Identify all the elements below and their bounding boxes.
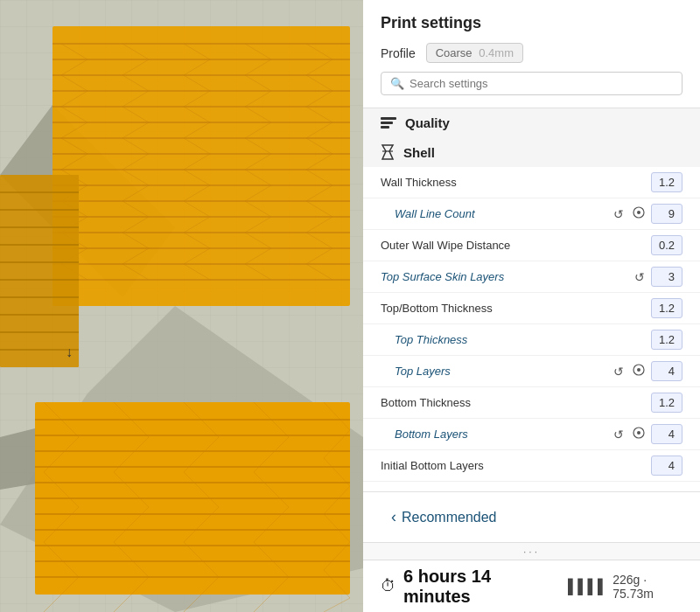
shell-icon [381,144,395,160]
func-button-wall-line-count[interactable] [630,205,648,223]
print-visualization: ↓ [0,0,363,612]
value-initial-bottom-layers[interactable]: 4 [651,456,682,476]
setting-controls-top-layers: ↺4 [611,361,682,381]
svg-point-50 [637,368,640,372]
reset-button-top-layers[interactable]: ↺ [611,363,626,380]
func-button-bottom-layers[interactable] [630,425,648,443]
barcode-icon: ▌▌▌▌ [568,579,607,595]
status-bar: ⏱ 6 hours 14 minutes ▌▌▌▌ 226g · 75.73m [363,560,700,612]
quality-icon [381,117,396,129]
material-info: ▌▌▌▌ 226g · 75.73m [568,573,682,601]
profile-row: Profile Coarse 0.4mm [381,43,682,63]
reset-button-wall-line-count[interactable]: ↺ [611,205,626,223]
setting-controls-top-bottom-thickness: 1.2 [651,298,682,318]
value-bottom-thickness[interactable]: 1.2 [651,393,682,413]
value-wall-thickness[interactable]: 1.2 [651,172,682,192]
setting-name-bottom-layers: Bottom Layers [395,428,611,441]
setting-controls-top-thickness: 1.2 [651,330,682,350]
func-button-top-layers[interactable] [630,362,648,380]
shell-section-title: Shell [403,145,435,160]
svg-point-48 [637,211,640,214]
3d-preview: ↓ [0,0,363,612]
shell-section-header: Shell [363,137,700,167]
settings-rows-container: Wall Thickness1.2Wall Line Count↺9Outer … [363,167,700,482]
bottom-bar: ‹ Recommended [363,491,700,542]
setting-row-wall-line-count: Wall Line Count↺9 [363,198,700,230]
setting-name-top-surface-skin-layers: Top Surface Skin Layers [381,270,632,283]
panel-title: Print settings [381,14,682,32]
setting-row-top-layers: Top Layers↺4 [363,356,700,387]
search-icon: 🔍 [390,77,404,90]
settings-panel: Print settings Profile Coarse 0.4mm 🔍 Qu… [363,0,700,542]
quality-section-header: Quality [363,108,700,137]
profile-badge[interactable]: Coarse 0.4mm [426,43,523,63]
value-top-surface-skin-layers[interactable]: 3 [651,267,682,287]
reset-button-bottom-layers[interactable]: ↺ [611,426,626,443]
recommended-label: Recommended [402,510,497,525]
setting-row-wall-thickness: Wall Thickness1.2 [363,167,700,198]
settings-list: Quality Shell Wall Thickness1.2Wall Line… [363,108,700,491]
setting-row-top-bottom-thickness: Top/Bottom Thickness1.2 [363,293,700,324]
value-outer-wall-wipe-distance[interactable]: 0.2 [651,235,682,255]
setting-row-top-thickness: Top Thickness1.2 [363,324,700,356]
setting-row-outer-wall-wipe-distance: Outer Wall Wipe Distance0.2 [363,230,700,261]
chevron-left-icon: ‹ [391,508,396,526]
setting-name-outer-wall-wipe-distance: Outer Wall Wipe Distance [381,239,651,252]
setting-row-top-surface-skin-layers: Top Surface Skin Layers↺3 [363,261,700,293]
value-top-thickness[interactable]: 1.2 [651,330,682,350]
setting-name-top-thickness: Top Thickness [395,333,651,346]
setting-row-bottom-thickness: Bottom Thickness1.2 [363,387,700,419]
setting-controls-wall-thickness: 1.2 [651,172,682,192]
recommended-button[interactable]: ‹ Recommended [381,503,508,532]
time-info: ⏱ 6 hours 14 minutes [381,567,550,607]
quality-section-title: Quality [405,115,450,130]
profile-label: Profile [381,46,416,60]
setting-name-wall-line-count: Wall Line Count [395,207,611,220]
svg-rect-22 [0,175,79,367]
time-display: 6 hours 14 minutes [403,567,550,607]
panel-header: Print settings Profile Coarse 0.4mm 🔍 [363,0,700,108]
profile-subvalue: 0.4mm [479,46,514,59]
search-bar: 🔍 [381,72,682,95]
search-input[interactable] [410,77,673,90]
setting-name-wall-thickness: Wall Thickness [381,176,651,189]
setting-row-initial-bottom-layers: Initial Bottom Layers4 [363,450,700,482]
setting-name-initial-bottom-layers: Initial Bottom Layers [381,459,651,472]
setting-controls-top-surface-skin-layers: ↺3 [632,267,682,287]
material-display: 226g · 75.73m [612,573,682,601]
value-bottom-layers[interactable]: 4 [651,424,682,444]
three-dots: ··· [523,546,540,558]
value-wall-line-count[interactable]: 9 [651,204,682,224]
clock-icon: ⏱ [381,577,396,595]
setting-controls-outer-wall-wipe-distance: 0.2 [651,235,682,255]
value-top-bottom-thickness[interactable]: 1.2 [651,298,682,318]
setting-controls-bottom-thickness: 1.2 [651,393,682,413]
svg-text:↓: ↓ [66,344,73,359]
reset-button-top-surface-skin-layers[interactable]: ↺ [632,268,648,286]
profile-value: Coarse [436,46,472,59]
setting-name-top-bottom-thickness: Top/Bottom Thickness [381,302,651,315]
setting-name-bottom-thickness: Bottom Thickness [381,396,651,409]
svg-point-52 [637,431,640,435]
setting-row-bottom-layers: Bottom Layers↺4 [363,419,700,450]
value-top-layers[interactable]: 4 [651,361,682,381]
three-dots-bar: ··· [363,542,700,560]
setting-controls-bottom-layers: ↺4 [611,424,682,444]
setting-controls-initial-bottom-layers: 4 [651,456,682,476]
setting-name-top-layers: Top Layers [395,365,611,378]
setting-controls-wall-line-count: ↺9 [611,204,682,224]
